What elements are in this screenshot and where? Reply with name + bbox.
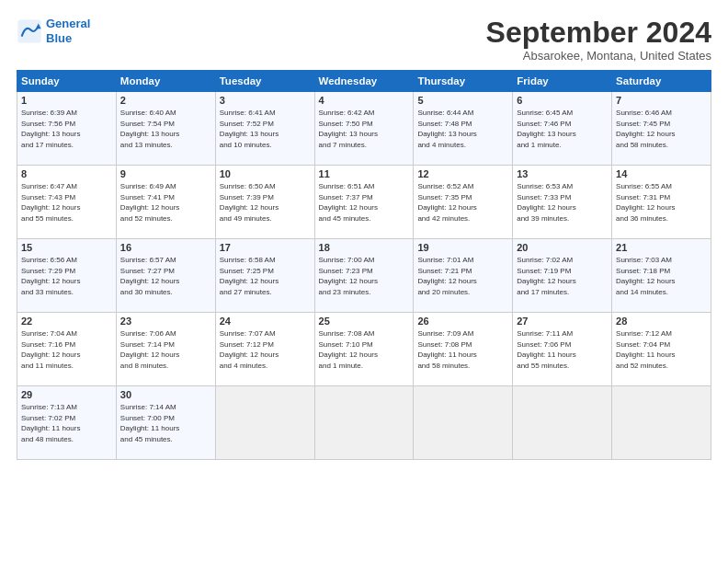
day-cell: 8Sunrise: 6:47 AM Sunset: 7:43 PM Daylig… — [17, 166, 117, 239]
day-info: Sunrise: 6:51 AM Sunset: 7:37 PM Dayligh… — [319, 181, 410, 224]
day-info: Sunrise: 7:06 AM Sunset: 7:14 PM Dayligh… — [120, 328, 211, 371]
header-row: SundayMondayTuesdayWednesdayThursdayFrid… — [17, 71, 711, 92]
day-cell: 1Sunrise: 6:39 AM Sunset: 7:56 PM Daylig… — [17, 92, 117, 166]
day-info: Sunrise: 7:11 AM Sunset: 7:06 PM Dayligh… — [517, 328, 608, 371]
week-row-4: 22Sunrise: 7:04 AM Sunset: 7:16 PM Dayli… — [17, 313, 711, 386]
header-cell-tuesday: Tuesday — [215, 71, 314, 92]
day-cell: 9Sunrise: 6:49 AM Sunset: 7:41 PM Daylig… — [116, 166, 215, 239]
day-number: 15 — [21, 242, 112, 253]
logo-blue: Blue — [46, 31, 90, 46]
header: General Blue September 2024 Absarokee, M… — [17, 17, 711, 63]
day-number: 10 — [220, 168, 311, 179]
day-cell: 6Sunrise: 6:45 AM Sunset: 7:46 PM Daylig… — [513, 92, 612, 166]
header-cell-friday: Friday — [513, 71, 612, 92]
day-info: Sunrise: 6:49 AM Sunset: 7:41 PM Dayligh… — [120, 181, 211, 224]
logo-general: General — [46, 17, 90, 30]
day-cell — [612, 386, 711, 460]
calendar-table: SundayMondayTuesdayWednesdayThursdayFrid… — [17, 70, 711, 460]
day-number: 21 — [616, 242, 707, 253]
day-number: 29 — [21, 389, 112, 400]
day-cell: 4Sunrise: 6:42 AM Sunset: 7:50 PM Daylig… — [314, 92, 414, 166]
day-number: 30 — [120, 389, 211, 400]
day-info: Sunrise: 7:12 AM Sunset: 7:04 PM Dayligh… — [616, 328, 707, 371]
day-cell: 19Sunrise: 7:01 AM Sunset: 7:21 PM Dayli… — [414, 239, 513, 313]
day-info: Sunrise: 6:58 AM Sunset: 7:25 PM Dayligh… — [220, 255, 311, 297]
header-cell-monday: Monday — [116, 71, 215, 92]
day-cell — [513, 386, 612, 460]
day-number: 11 — [319, 168, 410, 179]
day-cell: 17Sunrise: 6:58 AM Sunset: 7:25 PM Dayli… — [215, 239, 314, 313]
day-cell: 5Sunrise: 6:44 AM Sunset: 7:48 PM Daylig… — [414, 92, 513, 166]
day-cell: 10Sunrise: 6:50 AM Sunset: 7:39 PM Dayli… — [215, 166, 314, 239]
day-info: Sunrise: 6:52 AM Sunset: 7:35 PM Dayligh… — [417, 181, 508, 224]
day-cell: 14Sunrise: 6:55 AM Sunset: 7:31 PM Dayli… — [612, 166, 711, 239]
day-info: Sunrise: 7:07 AM Sunset: 7:12 PM Dayligh… — [220, 328, 311, 371]
day-info: Sunrise: 7:13 AM Sunset: 7:02 PM Dayligh… — [21, 402, 112, 444]
day-number: 26 — [417, 316, 508, 327]
day-info: Sunrise: 6:42 AM Sunset: 7:50 PM Dayligh… — [319, 108, 410, 150]
day-info: Sunrise: 6:41 AM Sunset: 7:52 PM Dayligh… — [220, 108, 311, 150]
header-cell-sunday: Sunday — [17, 71, 117, 92]
day-number: 6 — [517, 95, 608, 106]
day-cell: 3Sunrise: 6:41 AM Sunset: 7:52 PM Daylig… — [215, 92, 314, 166]
day-cell: 12Sunrise: 6:52 AM Sunset: 7:35 PM Dayli… — [414, 166, 513, 239]
day-cell: 11Sunrise: 6:51 AM Sunset: 7:37 PM Dayli… — [314, 166, 414, 239]
week-row-3: 15Sunrise: 6:56 AM Sunset: 7:29 PM Dayli… — [17, 239, 711, 313]
week-row-2: 8Sunrise: 6:47 AM Sunset: 7:43 PM Daylig… — [17, 166, 711, 239]
day-info: Sunrise: 6:39 AM Sunset: 7:56 PM Dayligh… — [21, 108, 112, 150]
day-cell: 27Sunrise: 7:11 AM Sunset: 7:06 PM Dayli… — [513, 313, 612, 386]
header-cell-saturday: Saturday — [612, 71, 711, 92]
day-cell: 23Sunrise: 7:06 AM Sunset: 7:14 PM Dayli… — [116, 313, 215, 386]
day-number: 27 — [517, 316, 608, 327]
day-info: Sunrise: 7:03 AM Sunset: 7:18 PM Dayligh… — [616, 255, 707, 297]
day-cell: 25Sunrise: 7:08 AM Sunset: 7:10 PM Dayli… — [314, 313, 414, 386]
day-cell — [215, 386, 314, 460]
day-number: 28 — [616, 316, 707, 327]
day-info: Sunrise: 7:14 AM Sunset: 7:00 PM Dayligh… — [120, 402, 211, 444]
day-info: Sunrise: 7:09 AM Sunset: 7:08 PM Dayligh… — [417, 328, 508, 371]
svg-rect-0 — [17, 19, 40, 42]
logo-icon — [17, 18, 42, 44]
day-cell: 15Sunrise: 6:56 AM Sunset: 7:29 PM Dayli… — [17, 239, 117, 313]
day-cell: 22Sunrise: 7:04 AM Sunset: 7:16 PM Dayli… — [17, 313, 117, 386]
day-cell: 21Sunrise: 7:03 AM Sunset: 7:18 PM Dayli… — [612, 239, 711, 313]
week-row-1: 1Sunrise: 6:39 AM Sunset: 7:56 PM Daylig… — [17, 92, 711, 166]
logo: General Blue — [17, 17, 90, 45]
day-info: Sunrise: 7:08 AM Sunset: 7:10 PM Dayligh… — [319, 328, 410, 371]
day-number: 22 — [21, 316, 112, 327]
day-cell: 13Sunrise: 6:53 AM Sunset: 7:33 PM Dayli… — [513, 166, 612, 239]
header-cell-thursday: Thursday — [414, 71, 513, 92]
day-number: 2 — [120, 95, 211, 106]
day-number: 25 — [319, 316, 410, 327]
day-cell: 26Sunrise: 7:09 AM Sunset: 7:08 PM Dayli… — [414, 313, 513, 386]
day-info: Sunrise: 7:01 AM Sunset: 7:21 PM Dayligh… — [417, 255, 508, 297]
day-number: 13 — [517, 168, 608, 179]
day-number: 24 — [220, 316, 311, 327]
day-info: Sunrise: 6:40 AM Sunset: 7:54 PM Dayligh… — [120, 108, 211, 150]
day-cell: 30Sunrise: 7:14 AM Sunset: 7:00 PM Dayli… — [116, 386, 215, 460]
day-cell: 16Sunrise: 6:57 AM Sunset: 7:27 PM Dayli… — [116, 239, 215, 313]
logo-text: General Blue — [46, 17, 90, 45]
day-number: 19 — [417, 242, 508, 253]
day-number: 12 — [417, 168, 508, 179]
day-cell: 28Sunrise: 7:12 AM Sunset: 7:04 PM Dayli… — [612, 313, 711, 386]
day-info: Sunrise: 6:46 AM Sunset: 7:45 PM Dayligh… — [616, 108, 707, 150]
day-number: 7 — [616, 95, 707, 106]
day-cell: 29Sunrise: 7:13 AM Sunset: 7:02 PM Dayli… — [17, 386, 117, 460]
day-number: 9 — [120, 168, 211, 179]
day-number: 5 — [417, 95, 508, 106]
day-info: Sunrise: 7:00 AM Sunset: 7:23 PM Dayligh… — [319, 255, 410, 297]
day-info: Sunrise: 7:04 AM Sunset: 7:16 PM Dayligh… — [21, 328, 112, 371]
day-info: Sunrise: 6:45 AM Sunset: 7:46 PM Dayligh… — [517, 108, 608, 150]
day-number: 4 — [319, 95, 410, 106]
day-cell — [414, 386, 513, 460]
day-number: 18 — [319, 242, 410, 253]
day-info: Sunrise: 6:47 AM Sunset: 7:43 PM Dayligh… — [21, 181, 112, 224]
day-info: Sunrise: 6:53 AM Sunset: 7:33 PM Dayligh… — [517, 181, 608, 224]
day-number: 20 — [517, 242, 608, 253]
day-cell: 18Sunrise: 7:00 AM Sunset: 7:23 PM Dayli… — [314, 239, 414, 313]
day-number: 16 — [120, 242, 211, 253]
page: General Blue September 2024 Absarokee, M… — [0, 0, 728, 563]
day-info: Sunrise: 6:56 AM Sunset: 7:29 PM Dayligh… — [21, 255, 112, 297]
day-number: 3 — [220, 95, 311, 106]
